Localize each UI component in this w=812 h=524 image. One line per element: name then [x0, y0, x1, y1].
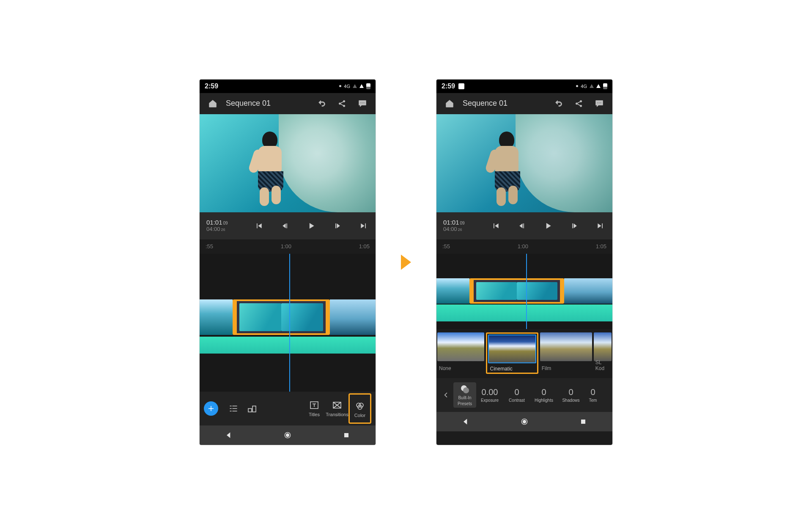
preset-thumb — [437, 332, 484, 361]
comment-button[interactable] — [355, 96, 370, 111]
status-network: 4G — [344, 84, 350, 89]
color-label: Color — [354, 413, 365, 418]
nav-recent-button[interactable] — [339, 428, 354, 442]
playhead[interactable] — [289, 254, 290, 392]
preset-label: Film — [542, 365, 551, 371]
preset-none[interactable]: None — [437, 332, 484, 371]
highlights-control[interactable]: 0 Highlights — [530, 387, 557, 403]
shadows-value: 0 — [568, 387, 573, 397]
play-button[interactable] — [541, 219, 555, 233]
undo-button[interactable] — [315, 96, 329, 111]
undo-icon — [317, 99, 326, 108]
battery-icon — [603, 83, 607, 89]
go-start-button[interactable] — [252, 219, 266, 233]
exposure-control[interactable]: 0.00 Exposure — [476, 387, 503, 403]
svg-rect-15 — [344, 433, 348, 437]
status-bar: 2:59 4G — [436, 80, 612, 93]
builtin-presets-button[interactable]: Built-In Presets — [453, 382, 476, 408]
go-end-button[interactable] — [357, 219, 371, 233]
step-forward-button[interactable] — [330, 219, 345, 233]
timeline-ruler[interactable]: :55 1:00 1:05 — [200, 239, 376, 254]
clip-lagoon[interactable] — [200, 299, 233, 335]
clip-boat[interactable] — [330, 299, 376, 335]
color-back-button[interactable] — [439, 392, 453, 398]
status-dot-icon — [576, 85, 578, 87]
preset-thumb — [594, 332, 612, 361]
home-icon — [208, 99, 217, 108]
nav-back-button[interactable] — [458, 414, 473, 429]
bottom-toolbar: Titles Transitions Color — [200, 392, 376, 425]
clip-selected[interactable] — [469, 278, 564, 304]
nav-back-button[interactable] — [222, 428, 236, 442]
timeline-ruler[interactable]: :55 1:00 1:05 — [436, 239, 612, 254]
timecode-block: 01:0109 04:0026 — [436, 219, 484, 232]
audio-track[interactable] — [436, 305, 612, 321]
clip-selected[interactable] — [233, 299, 330, 335]
go-start-button[interactable] — [488, 219, 503, 233]
nav-recent-button[interactable] — [576, 414, 590, 429]
svg-point-20 — [599, 102, 600, 103]
project-panel-button[interactable] — [224, 403, 243, 414]
audio-track[interactable] — [200, 337, 376, 354]
playback-controls — [484, 219, 612, 233]
comment-button[interactable] — [592, 96, 606, 111]
home-button[interactable] — [206, 96, 220, 111]
step-back-button[interactable] — [278, 219, 292, 233]
status-right: 4G — [339, 83, 370, 89]
edit-tool-button[interactable] — [243, 403, 261, 414]
clip-boat[interactable] — [564, 278, 612, 304]
signal-strong-icon — [596, 84, 601, 88]
nav-home-button[interactable] — [280, 428, 295, 442]
home-button[interactable] — [442, 96, 457, 111]
temperature-control[interactable]: 0 Tem — [584, 387, 601, 403]
svg-point-0 — [339, 102, 340, 104]
preset-sl-kodak[interactable]: SL Kod — [594, 332, 612, 371]
audio-waveform — [436, 305, 612, 321]
step-back-button[interactable] — [515, 219, 529, 233]
playhead[interactable] — [526, 254, 527, 329]
presets-icon — [460, 384, 470, 394]
nav-home-button[interactable] — [517, 414, 532, 429]
step-forward-button[interactable] — [567, 219, 582, 233]
go-end-button[interactable] — [593, 219, 608, 233]
transitions-button[interactable]: Transitions — [326, 400, 348, 417]
transport-bar: 01:0109 04:0026 — [200, 212, 376, 239]
svg-point-23 — [463, 387, 469, 393]
preset-cinematic[interactable]: Cinematic — [486, 332, 538, 374]
share-button[interactable] — [335, 96, 349, 111]
highlights-value: 0 — [541, 387, 546, 397]
video-track[interactable] — [436, 278, 612, 304]
preview-rock — [279, 114, 376, 212]
color-presets-strip[interactable]: None Cinematic Film SL Kod — [436, 329, 612, 378]
duration-timecode: 04:0026 — [206, 226, 247, 233]
titles-icon — [309, 400, 319, 410]
shadows-control[interactable]: 0 Shadows — [557, 387, 584, 403]
color-button[interactable]: Color — [348, 393, 371, 424]
contrast-control[interactable]: 0 Contrast — [503, 387, 530, 403]
share-button[interactable] — [572, 96, 586, 111]
svg-point-5 — [364, 102, 365, 103]
timeline[interactable] — [200, 254, 376, 392]
preset-label: Cinematic — [490, 366, 512, 372]
preset-thumb — [540, 332, 592, 361]
signal-weak-icon — [590, 84, 594, 88]
duration-timecode: 04:0026 — [443, 226, 484, 233]
color-icon — [355, 401, 365, 411]
video-track[interactable] — [200, 299, 376, 335]
playback-controls — [247, 219, 376, 233]
titles-button[interactable]: Titles — [303, 400, 326, 417]
add-media-button[interactable] — [204, 401, 218, 416]
svg-point-19 — [597, 102, 598, 103]
timeline[interactable] — [436, 254, 612, 329]
transport-bar: 01:0109 04:0026 — [436, 212, 612, 239]
signal-strong-icon — [359, 84, 364, 88]
android-navbar — [200, 425, 376, 445]
preset-film[interactable]: Film — [540, 332, 592, 371]
video-preview[interactable] — [200, 114, 376, 212]
play-button[interactable] — [304, 219, 318, 233]
android-navbar — [436, 412, 612, 431]
clip-lagoon[interactable] — [436, 278, 469, 304]
edit-icon — [247, 403, 257, 414]
video-preview[interactable] — [436, 114, 612, 212]
undo-button[interactable] — [551, 96, 566, 111]
